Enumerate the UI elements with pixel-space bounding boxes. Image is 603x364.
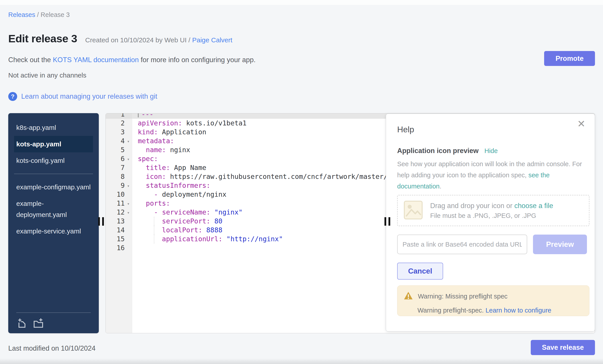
fold-arrow-icon[interactable]: ▾ (125, 154, 132, 163)
channel-status: Not active in any channels (8, 72, 595, 79)
icon-preview-section-head: Application icon preview Hide (397, 147, 589, 155)
cancel-button[interactable]: Cancel (397, 263, 443, 280)
icon-preview-title: Application icon preview (397, 147, 479, 155)
code-token-key: servicePort: (138, 217, 210, 225)
fold-arrow-icon[interactable]: ▾ (125, 137, 132, 145)
code-token-key: title: (138, 164, 170, 172)
title-row: Edit release 3 Created on 10/10/2024 by … (8, 32, 595, 45)
code-token-val: https://raw.githubusercontent.com/cncf/a… (166, 173, 387, 180)
fold-spacer (125, 128, 132, 137)
gutter-line-10: 10 (106, 190, 132, 199)
code-token-key: name: (138, 146, 166, 154)
warning-configure-link[interactable]: Learn how to configure (486, 307, 551, 314)
icon-dropzone[interactable]: Drag and drop your icon or choose a file… (397, 195, 589, 226)
kots-docs-link[interactable]: KOTS YAML documentation (53, 56, 139, 64)
warning-title: Warning: Missing preflight spec (418, 293, 508, 300)
fold-spacer (125, 119, 132, 128)
created-text: Created on 10/10/2024 by Web UI / Paige … (85, 36, 232, 44)
file-item-example-configmap.yaml[interactable]: example-configmap.yaml (14, 179, 93, 195)
fold-arrow-icon[interactable]: ▾ (125, 181, 132, 190)
code-token-key: localPort: (138, 226, 202, 234)
gutter-line-5: 5 (106, 145, 132, 154)
docs-sentence-prefix: Check out the (8, 56, 53, 64)
line-number: 16 (106, 243, 125, 252)
fold-spacer (125, 113, 132, 119)
line-number: 14 (106, 226, 125, 235)
file-item-example-deployment.yaml[interactable]: example-deployment.yaml (14, 195, 93, 223)
code-token-key: serviceName: (162, 208, 210, 216)
fold-spacer (125, 145, 132, 154)
gutter-line-9: 9▾ (106, 181, 132, 190)
line-number: 9 (106, 181, 125, 190)
line-number: 8 (106, 172, 125, 181)
dropzone-text-prefix: Drag and drop your icon or (430, 202, 514, 210)
git-help-link[interactable]: Learn about managing your releases with … (21, 92, 157, 100)
line-number: 4 (106, 137, 125, 145)
file-item-example-service.yaml[interactable]: example-service.yaml (14, 223, 93, 240)
window-bottom-edge (0, 358, 603, 364)
file-item-kots-app.yaml[interactable]: kots-app.yaml (14, 136, 93, 152)
text-cursor (138, 113, 139, 117)
code-token-dash: - (138, 190, 162, 198)
help-panel-resize-handle[interactable] (384, 217, 390, 226)
sidebar-divider (14, 174, 93, 174)
dropzone-hint: File must be a .PNG, .JPEG, or .JPG (430, 212, 553, 220)
line-number: 11 (106, 199, 125, 208)
line-number: 13 (106, 217, 125, 226)
save-release-button[interactable]: Save release (531, 340, 595, 355)
code-token-num: 80 (210, 217, 222, 225)
code-token-key: metadata: (138, 137, 174, 145)
sidebar-resize-handle[interactable] (98, 217, 104, 226)
gutter-line-4: 4▾ (106, 137, 132, 145)
fold-spacer (125, 235, 132, 243)
gutter-line-16: 16 (106, 243, 132, 252)
add-folder-icon[interactable] (32, 317, 44, 329)
line-number: 15 (106, 235, 125, 243)
hide-link[interactable]: Hide (484, 147, 498, 154)
fold-arrow-icon[interactable]: ▾ (125, 208, 132, 217)
help-panel: ✕ Help Application icon preview Hide See… (386, 114, 595, 331)
page-title: Edit release 3 (8, 32, 77, 45)
image-placeholder-icon (403, 200, 423, 221)
gutter-line-2: 2 (106, 119, 132, 128)
gutter-line-7: 7 (106, 163, 132, 172)
promote-button[interactable]: Promote (544, 51, 595, 66)
add-file-icon[interactable] (16, 317, 26, 329)
icon-url-input[interactable] (397, 235, 527, 254)
preview-button[interactable]: Preview (533, 235, 587, 254)
code-token-key: ports: (138, 199, 170, 207)
help-title: Help (397, 125, 589, 134)
last-modified-text: Last modified on 10/10/2024 (8, 344, 95, 353)
breadcrumb-releases-link[interactable]: Releases (8, 11, 35, 18)
breadcrumb-separator: / (35, 11, 41, 18)
edit-release-page: Releases / Release 3 Edit release 3 Crea… (0, 0, 603, 364)
choose-file-link[interactable]: choose a file (514, 202, 553, 210)
docs-sentence-suffix: for more info on configuring your app. (139, 56, 255, 64)
code-token-key: spec: (138, 155, 158, 163)
file-sidebar: k8s-app.yamlkots-app.yamlkots-config.yam… (8, 113, 99, 333)
line-number: 10 (106, 190, 125, 199)
git-help-row: ? Learn about managing your releases wit… (8, 92, 595, 101)
line-number: 1 (106, 113, 125, 119)
breadcrumb: Releases / Release 3 (8, 11, 595, 19)
fold-arrow-icon[interactable]: ▾ (125, 199, 132, 208)
question-circle-icon: ? (8, 92, 17, 101)
warning-text-body: Warning preflight-spec. (417, 307, 486, 314)
warning-box: Warning: Missing preflight spec Warning … (397, 285, 589, 316)
gutter-line-8: 8 (106, 172, 132, 181)
fold-spacer (125, 217, 132, 226)
indent-guide (154, 235, 154, 243)
close-icon[interactable]: ✕ (576, 119, 587, 129)
file-item-k8s-app.yaml[interactable]: k8s-app.yaml (14, 119, 93, 136)
author-link[interactable]: Paige Calvert (192, 36, 232, 44)
created-prefix: Created on 10/10/2024 by Web UI / (85, 36, 192, 44)
code-token-str: "http://nginx" (222, 235, 283, 243)
code-token-val: kots.io/v1beta1 (182, 119, 247, 127)
fold-spacer (125, 190, 132, 199)
indent-guide (154, 217, 154, 226)
indent-guide (154, 226, 154, 235)
gutter-line-11: 11▾ (106, 199, 132, 208)
file-item-kots-config.yaml[interactable]: kots-config.yaml (14, 152, 93, 169)
sidebar-bottom (8, 312, 99, 333)
warning-icon (404, 291, 413, 301)
